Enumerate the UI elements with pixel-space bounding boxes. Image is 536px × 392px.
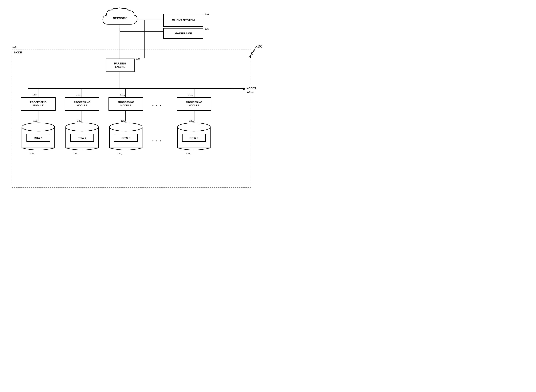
- svg-point-50: [177, 123, 210, 131]
- svg-text:ROW Z: ROW Z: [190, 136, 199, 140]
- database-2: ROW 2: [65, 121, 99, 152]
- processing-module-n: PROCESSINGMODULE: [177, 97, 211, 111]
- mainframe-ref: 135: [205, 27, 209, 30]
- database-3: ROW 3: [109, 121, 143, 152]
- network-cloud: NETWORK: [101, 7, 139, 29]
- db3-bottom-ref: 1253: [117, 152, 122, 155]
- pmn-ref: 110N: [188, 93, 193, 97]
- db1-ref: 1201: [33, 119, 38, 123]
- diagram: NETWORK CLIENT SYSTEM 140 MAINFRAME 135 …: [0, 0, 268, 196]
- node-label: NODE: [14, 51, 22, 54]
- pm3-ref: 1103: [120, 93, 125, 97]
- ref-105-1: 1051: [12, 45, 17, 49]
- nodes-label: NODES 1052..P: [246, 87, 256, 94]
- processing-module-2: PROCESSINGMODULE: [65, 97, 99, 111]
- db2-bottom-ref: 1252: [73, 152, 78, 155]
- db-ellipsis: • • •: [152, 139, 162, 143]
- db2-ref: 1202: [77, 119, 82, 123]
- svg-point-42: [66, 123, 98, 131]
- network-label: NETWORK: [113, 17, 127, 20]
- dbn-bottom-ref: 125Z: [186, 152, 191, 155]
- svg-text:100: 100: [257, 45, 263, 48]
- parsing-engine-box: PARSINGENGINE: [106, 59, 134, 72]
- pm-ellipsis: • • •: [152, 104, 162, 108]
- svg-point-46: [110, 123, 142, 131]
- svg-line-53: [251, 46, 257, 54]
- ref-100-arrow: 100: [247, 44, 263, 59]
- processing-module-3: PROCESSINGMODULE: [109, 97, 143, 111]
- pm1-ref: 1101: [32, 93, 37, 97]
- client-system-ref: 140: [205, 13, 209, 16]
- svg-text:ROW 2: ROW 2: [78, 136, 86, 140]
- svg-text:ROW 1: ROW 1: [34, 136, 43, 140]
- svg-text:ROW 3: ROW 3: [121, 136, 130, 140]
- parsing-engine-ref: 130: [135, 57, 140, 60]
- mainframe-box: MAINFRAME: [163, 28, 203, 39]
- client-system-box: CLIENT SYSTEM: [163, 14, 203, 27]
- db3-ref: 1203: [121, 119, 126, 123]
- processing-module-1: PROCESSINGMODULE: [21, 97, 56, 111]
- database-1: ROW 1: [21, 121, 56, 152]
- pm2-ref: 1102: [76, 93, 81, 97]
- db1-bottom-ref: 1251: [29, 152, 34, 155]
- database-n: ROW Z: [177, 121, 211, 152]
- dbn-ref: 120N: [189, 119, 194, 123]
- svg-point-38: [22, 123, 55, 131]
